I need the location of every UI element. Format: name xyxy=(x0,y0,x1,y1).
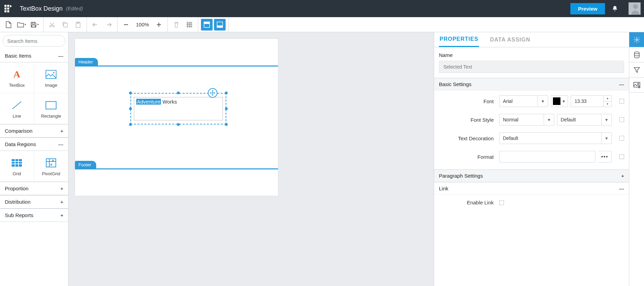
svg-rect-17 xyxy=(159,23,159,27)
layout-footer-toggle[interactable] xyxy=(214,19,226,31)
svg-rect-19 xyxy=(204,22,210,24)
delete-button[interactable] xyxy=(171,19,182,31)
save-button[interactable]: ▾ xyxy=(29,19,40,31)
svg-rect-2 xyxy=(4,8,7,10)
app-header: TextBox Design (Edited) Preview xyxy=(0,0,644,17)
svg-rect-9 xyxy=(32,25,35,27)
svg-rect-21 xyxy=(217,26,223,27)
grid-toggle-button[interactable] xyxy=(184,19,195,31)
svg-rect-1 xyxy=(7,5,9,7)
open-file-button[interactable]: ▾ xyxy=(16,19,27,31)
preview-button[interactable]: Preview xyxy=(570,3,605,14)
redo-button[interactable] xyxy=(103,19,114,31)
paste-button[interactable] xyxy=(72,19,84,31)
svg-rect-0 xyxy=(4,5,7,7)
cut-button[interactable] xyxy=(46,19,58,31)
app-menu-icon[interactable] xyxy=(3,4,13,13)
svg-rect-12 xyxy=(64,23,67,27)
svg-rect-15 xyxy=(124,24,128,25)
undo-button[interactable] xyxy=(90,19,101,31)
zoom-level[interactable]: 100% xyxy=(132,22,152,27)
svg-point-7 xyxy=(633,4,638,9)
svg-rect-3 xyxy=(7,8,9,10)
user-avatar[interactable] xyxy=(628,2,641,15)
edited-indicator: (Edited) xyxy=(66,6,83,11)
svg-rect-5 xyxy=(7,10,9,12)
zoom-in-button[interactable] xyxy=(153,19,165,31)
toolbar: ▾ ▾ 100% xyxy=(0,17,644,32)
zoom-out-button[interactable] xyxy=(120,19,132,31)
svg-rect-4 xyxy=(4,10,7,12)
svg-rect-8 xyxy=(32,22,35,24)
notifications-icon[interactable] xyxy=(612,5,622,12)
copy-button[interactable] xyxy=(59,19,71,31)
layout-header-toggle[interactable] xyxy=(201,19,213,31)
svg-marker-6 xyxy=(10,5,12,8)
document-title: TextBox Design xyxy=(20,5,63,12)
new-file-button[interactable] xyxy=(3,19,14,31)
